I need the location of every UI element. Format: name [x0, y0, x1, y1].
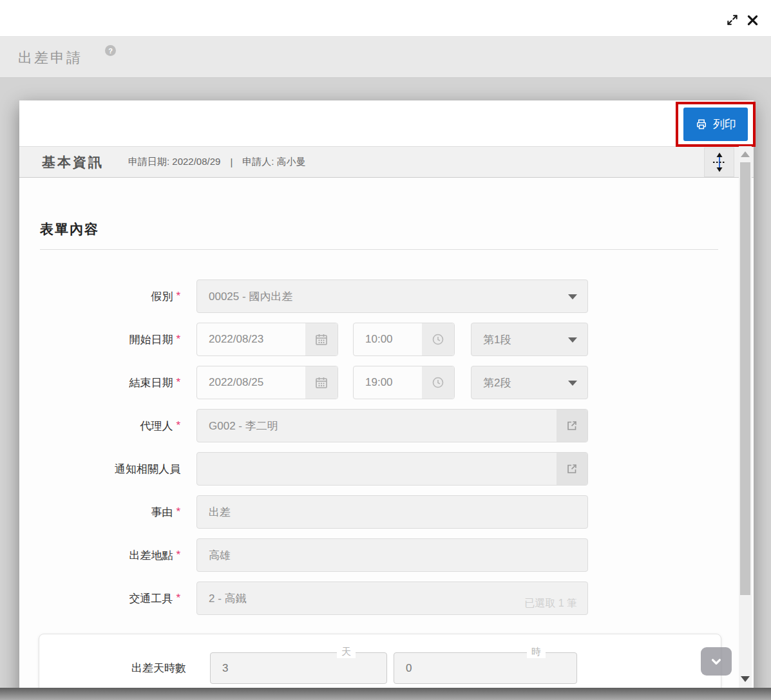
close-icon[interactable] — [745, 13, 759, 27]
duration-days-input[interactable]: 3 天 — [210, 652, 387, 684]
selected-count-hint: 已選取 1 筆 — [524, 597, 577, 610]
start-date-value: 2022/08/23 — [197, 333, 263, 346]
required-mark: * — [176, 419, 180, 432]
window-top-bar — [0, 0, 771, 37]
required-mark: * — [176, 333, 180, 346]
start-segment-value: 第1段 — [471, 332, 511, 347]
chevron-down-icon — [568, 294, 577, 299]
panel-title: 基本資訊 — [42, 153, 104, 171]
scrollbar-up-arrow[interactable] — [741, 151, 750, 157]
scroll-down-button[interactable] — [701, 647, 732, 676]
reason-label: 事由* — [19, 495, 180, 529]
end-date-label: 結束日期* — [19, 366, 180, 399]
bottom-shadow-band — [0, 688, 771, 700]
calendar-icon[interactable] — [305, 323, 338, 355]
row-end-date: 結束日期* 2022/08/25 — [19, 366, 754, 399]
leave-type-label: 假別* — [19, 279, 180, 313]
basic-info-header: 基本資訊 申請日期: 2022/08/29 | 申請人: 高小曼 — [19, 146, 754, 178]
leave-type-select[interactable]: 00025 - 國內出差 — [196, 279, 588, 313]
row-notify: 通知相關人員 — [19, 452, 754, 486]
required-mark: * — [176, 592, 180, 605]
transport-value: 2 - 高鐵 — [197, 591, 247, 606]
days-unit-label: 天 — [337, 646, 356, 658]
scrollbar-down-arrow[interactable] — [741, 676, 750, 682]
section-divider — [40, 249, 718, 250]
chevron-down-icon — [708, 653, 725, 670]
row-transport: 交通工具* 2 - 高鐵 已選取 1 筆 — [19, 582, 754, 615]
open-picker-icon[interactable] — [557, 410, 587, 442]
row-leave-type: 假別* 00025 - 國內出差 — [19, 279, 754, 313]
calendar-icon[interactable] — [305, 366, 338, 399]
section-title: 表單內容 — [40, 220, 99, 238]
print-highlight-annotation: 列印 — [676, 102, 756, 147]
end-segment-value: 第2段 — [471, 375, 511, 390]
panel-meta: 申請日期: 2022/08/29 | 申請人: 高小曼 — [128, 156, 306, 168]
end-time-input[interactable]: 19:00 — [353, 366, 455, 399]
reason-input[interactable]: 出差 — [196, 495, 588, 529]
chevron-down-icon — [568, 381, 577, 386]
chevron-down-icon — [568, 337, 577, 343]
duration-label: 出差天時數 — [39, 652, 186, 684]
reason-value: 出差 — [197, 505, 231, 520]
end-time-value: 19:00 — [354, 376, 393, 389]
end-date-input[interactable]: 2022/08/25 — [196, 366, 338, 399]
help-icon[interactable]: ? — [105, 45, 116, 56]
notify-label: 通知相關人員 — [19, 452, 180, 486]
hours-unit-label: 時 — [527, 646, 546, 658]
page-title-bar: 出差申請 ? — [0, 37, 771, 78]
row-start-date: 開始日期* 2022/08/23 — [19, 323, 754, 356]
end-segment-select[interactable]: 第2段 — [471, 366, 588, 399]
location-input[interactable]: 高雄 — [196, 538, 588, 572]
agent-label: 代理人* — [19, 409, 180, 442]
page-title: 出差申請 — [18, 48, 82, 68]
scrollbar-thumb[interactable] — [740, 162, 750, 595]
duration-hours-input[interactable]: 0 時 — [394, 652, 577, 684]
duration-days-value: 3 — [211, 662, 228, 675]
expand-icon[interactable] — [725, 13, 739, 27]
modal-toolbar: 列印 — [19, 100, 754, 146]
required-mark: * — [176, 290, 180, 303]
start-date-label: 開始日期* — [19, 323, 180, 356]
end-date-value: 2022/08/25 — [197, 376, 263, 389]
row-agent: 代理人* G002 - 李二明 — [19, 409, 754, 442]
start-time-input[interactable]: 10:00 — [353, 323, 455, 356]
printer-icon — [695, 118, 708, 131]
duration-hours-value: 0 — [394, 662, 412, 675]
applicant-text: 申請人: 高小曼 — [242, 156, 305, 168]
meta-divider: | — [230, 156, 233, 167]
required-mark: * — [176, 376, 180, 389]
start-segment-select[interactable]: 第1段 — [471, 323, 588, 356]
start-date-input[interactable]: 2022/08/23 — [196, 323, 338, 356]
agent-value: G002 - 李二明 — [197, 419, 278, 433]
required-mark: * — [176, 549, 180, 562]
transport-label: 交通工具* — [19, 582, 180, 615]
required-mark: * — [176, 506, 180, 518]
location-label: 出差地點* — [19, 538, 180, 572]
vertical-resize-icon — [712, 153, 727, 172]
location-value: 高雄 — [197, 548, 231, 563]
application-modal: 列印 基本資訊 申請日期: 2022/08/29 | 申請人: 高小曼 表單內容 — [19, 100, 754, 700]
clock-icon[interactable] — [422, 366, 454, 399]
leave-type-value: 00025 - 國內出差 — [197, 289, 292, 304]
print-button[interactable]: 列印 — [683, 108, 748, 141]
transport-select[interactable]: 2 - 高鐵 已選取 1 筆 — [196, 582, 588, 615]
panel-resize-button[interactable] — [704, 147, 734, 177]
print-button-label: 列印 — [713, 117, 736, 132]
row-reason: 事由* 出差 — [19, 495, 754, 529]
agent-input[interactable]: G002 - 李二明 — [196, 409, 588, 442]
apply-date-text: 申請日期: 2022/08/29 — [128, 156, 220, 168]
notify-input[interactable] — [196, 452, 588, 486]
start-time-value: 10:00 — [354, 333, 393, 346]
form-content-area: 表單內容 假別* 00025 - 國內出差 開始日期* 2022/08/23 — [19, 178, 754, 700]
open-picker-icon[interactable] — [557, 453, 587, 485]
clock-icon[interactable] — [422, 323, 454, 355]
vertical-scrollbar[interactable] — [739, 146, 752, 688]
form-rows: 假別* 00025 - 國內出差 開始日期* 2022/08/23 — [19, 279, 754, 625]
page-root: { "page": { "title": "出差申請", "help_glyph… — [0, 0, 771, 700]
row-location: 出差地點* 高雄 — [19, 538, 754, 572]
